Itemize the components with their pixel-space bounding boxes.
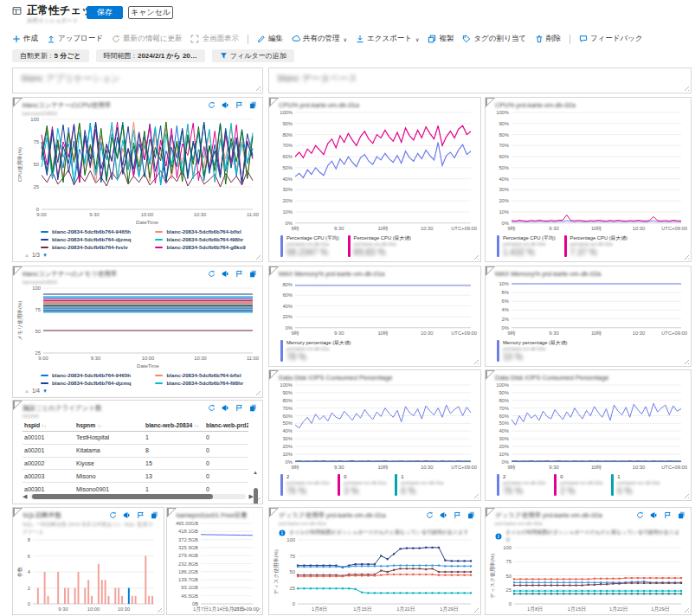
tile-corner-handle[interactable] <box>13 98 23 107</box>
copy-icon[interactable] <box>249 101 257 109</box>
table-row[interactable]: a00301Misono090110 <box>23 483 248 491</box>
column-header[interactable]: blanc-web-20834 ↑↓ <box>144 420 204 432</box>
megaphone-icon[interactable] <box>222 404 229 412</box>
metric-label: Percentage CPU (平均) <box>286 235 339 241</box>
toolbar-tag-button[interactable]: タグの割り当て <box>462 34 526 44</box>
legend-next-icon[interactable]: ▼ <box>42 388 48 394</box>
legend-item[interactable]: blanc-20834-5dcfb6b764-f98hr <box>155 380 243 386</box>
legend-item[interactable]: blanc-20834-5dcfb6b764-9465h <box>41 228 131 234</box>
table-row[interactable]: a00202Kiyose150 <box>23 457 248 470</box>
table-row[interactable]: a00101TestHospital10 <box>23 432 248 445</box>
column-header[interactable]: hspid ↑↓ <box>23 420 74 432</box>
megaphone-icon[interactable] <box>123 511 131 519</box>
refresh-icon[interactable] <box>208 270 216 278</box>
legend-prev-icon[interactable]: ▲ <box>24 388 29 394</box>
refresh-icon[interactable] <box>636 511 644 519</box>
auto-refresh-pill[interactable]: 自動更新 :5 分ごと <box>12 49 89 62</box>
toolbar-refresh-button[interactable]: 最新の情報に更新 <box>112 34 182 44</box>
tile-corner-handle[interactable] <box>486 370 495 380</box>
flag-icon[interactable] <box>664 511 672 519</box>
horizontal-scrollbar[interactable]: ◀▶ <box>23 491 254 501</box>
toolbar-clone-button[interactable]: 複製 <box>428 34 454 44</box>
legend-item[interactable]: blanc-20834-5dcfb6b764-g8kx9 <box>155 244 245 250</box>
svg-text:40%: 40% <box>499 428 509 433</box>
flag-icon[interactable] <box>137 511 145 519</box>
column-header[interactable]: hspnm ↑↓ <box>74 420 144 432</box>
tile-corner-handle[interactable] <box>486 266 495 276</box>
copy-icon[interactable] <box>151 511 158 519</box>
toolbar-item-label: 削除 <box>546 34 561 44</box>
refresh-icon[interactable] <box>208 101 216 109</box>
legend-item[interactable]: blanc-20834-5dcfb6b764-bflxl <box>155 372 243 378</box>
tile-corner-handle[interactable] <box>13 401 23 410</box>
megaphone-icon[interactable] <box>440 511 447 519</box>
flag-icon[interactable] <box>454 511 461 519</box>
table-row[interactable]: a00201Kitatama80 <box>23 444 248 457</box>
svg-text:10:00: 10:00 <box>142 356 155 361</box>
table-row[interactable]: a00203Misono130 <box>23 470 248 483</box>
add-filter-pill[interactable]: フィルターの追加 <box>212 49 294 62</box>
legend-item[interactable]: blanc-20834-5dcfb6b764-djzmq <box>41 236 131 242</box>
legend-item[interactable]: blanc-20834-5dcfb6b764-djzmq <box>41 380 131 386</box>
tile-corner-handle[interactable] <box>13 508 23 517</box>
legend-prev-icon[interactable]: ▲ <box>24 253 29 258</box>
refresh-icon[interactable] <box>208 404 216 412</box>
tile-container-memory: blancコンテナーのメモリ使用率kameprd100022550751009:… <box>12 266 263 398</box>
toolbar-plus-button[interactable]: 作成 <box>12 34 38 44</box>
svg-text:9:00: 9:00 <box>38 356 48 361</box>
flag-icon[interactable] <box>235 404 243 412</box>
scroll-thumb[interactable] <box>32 494 213 499</box>
cancel-button[interactable]: キャンセル <box>128 6 173 19</box>
refresh-icon[interactable] <box>426 511 434 519</box>
toolbar-upload-button[interactable]: アップロード <box>47 34 103 44</box>
megaphone-icon[interactable] <box>650 511 658 519</box>
tile-corner-handle[interactable] <box>269 266 279 276</box>
legend-next-icon[interactable]: ▼ <box>42 253 48 258</box>
megaphone-icon[interactable] <box>222 101 229 109</box>
auto-refresh-label: 自動更新 : <box>20 51 51 61</box>
vertical-scrollbar[interactable]: ▲▼ <box>252 470 259 504</box>
column-header[interactable]: blanc-web-prd2… ↑↓ <box>204 420 248 432</box>
tile-corner-handle[interactable] <box>13 266 23 276</box>
copy-icon[interactable] <box>678 511 685 519</box>
toolbar-edit-button[interactable]: 編集 <box>257 34 283 44</box>
tile-corner-handle[interactable] <box>486 98 495 107</box>
toolbar-fullscreen-button[interactable]: 全画面表示 <box>190 34 239 44</box>
copy-icon[interactable] <box>249 404 257 412</box>
tile-corner-handle[interactable] <box>486 508 495 517</box>
tile-corner-handle[interactable] <box>269 98 279 107</box>
svg-text:40%: 40% <box>282 304 293 309</box>
clone-icon <box>428 35 436 43</box>
flag-icon[interactable] <box>235 270 243 278</box>
section-title-left: blanc アプリケーション <box>13 68 262 89</box>
scroll-up-icon[interactable]: ▲ <box>253 470 258 475</box>
scroll-thumb[interactable] <box>254 488 258 504</box>
save-button[interactable]: 保存 <box>87 6 123 19</box>
megaphone-icon[interactable] <box>222 270 229 278</box>
toolbar-delete-button[interactable]: 削除 <box>535 34 561 44</box>
toolbar-feedback-button[interactable]: フィードバック <box>579 34 643 44</box>
time-range-pill[interactable]: 時間範囲 :2024/2/1 から 20… <box>96 49 205 62</box>
scroll-left-icon[interactable]: ◀ <box>23 493 27 500</box>
legend-item[interactable]: blanc-20834-5dcfb6b764-f98hr <box>155 236 245 242</box>
svg-text:11:00: 11:00 <box>247 212 259 217</box>
copy-icon[interactable] <box>249 270 257 278</box>
svg-text:100: 100 <box>30 117 39 122</box>
svg-text:50: 50 <box>34 162 39 167</box>
tile-corner-handle[interactable] <box>167 508 177 517</box>
svg-text:75: 75 <box>34 139 39 144</box>
flag-icon[interactable] <box>235 101 243 109</box>
legend-item[interactable]: blanc-20834-5dcfb6b764-bflxl <box>155 228 245 234</box>
toolbar-share-button[interactable]: 共有の管理∨ <box>292 34 347 44</box>
metric-card: 2prd-karte-vm-db-02a76 % <box>497 474 545 496</box>
toolbar-export-button[interactable]: エクスポート∨ <box>356 34 419 44</box>
legend-item[interactable]: blanc-20834-5dcfb6b764-fvslv <box>41 244 131 250</box>
tile-corner-handle[interactable] <box>269 370 279 380</box>
legend-item[interactable]: blanc-20834-5dcfb6b764-9465h <box>41 372 131 378</box>
tile-corner-handle[interactable] <box>269 508 279 517</box>
chart-legend: blanc-20834-5dcfb6b764-9465hblanc-20834-… <box>13 227 262 251</box>
metric-resource: prd-karte-vm-db-02a <box>503 346 567 351</box>
svg-text:0: 0 <box>28 601 30 606</box>
copy-icon[interactable] <box>467 511 475 519</box>
refresh-icon[interactable] <box>109 511 117 519</box>
